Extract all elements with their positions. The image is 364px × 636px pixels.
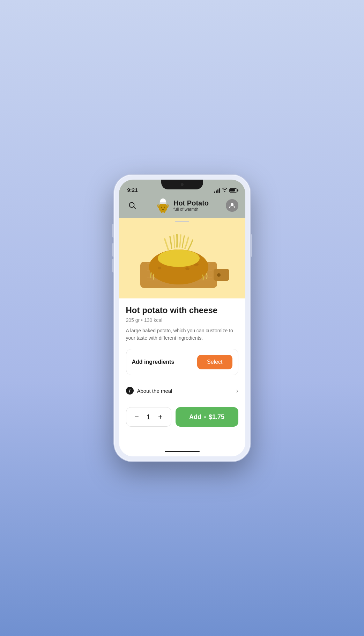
notch-dot bbox=[181, 183, 184, 186]
about-meal-left: i About the meal bbox=[126, 387, 172, 395]
home-bar bbox=[165, 451, 200, 452]
about-meal-row[interactable]: i About the meal › bbox=[126, 381, 238, 400]
brand-name-container: Hot Potato full of warmth bbox=[173, 199, 209, 212]
home-indicator bbox=[119, 447, 245, 456]
phone-screen: 9:21 bbox=[119, 180, 245, 456]
profile-button[interactable] bbox=[226, 199, 238, 212]
increase-quantity-button[interactable]: + bbox=[156, 412, 165, 422]
signal-icon bbox=[214, 188, 220, 193]
food-image bbox=[119, 218, 245, 298]
svg-point-23 bbox=[158, 267, 161, 269]
bottom-action-bar: − 1 + Add $1.75 bbox=[126, 404, 238, 428]
wifi-icon bbox=[222, 188, 228, 193]
dish-name: Hot potato with cheese bbox=[126, 305, 238, 315]
chevron-right-icon: › bbox=[236, 387, 238, 395]
add-label: Add bbox=[189, 413, 201, 421]
svg-point-5 bbox=[161, 198, 165, 201]
ingredients-label: Add ingredients bbox=[132, 359, 174, 365]
add-to-cart-button[interactable]: Add $1.75 bbox=[176, 407, 238, 427]
dish-meta: 205 gr • 130 kcal bbox=[126, 317, 238, 323]
battery-icon bbox=[229, 188, 237, 193]
info-icon: i bbox=[126, 387, 134, 395]
select-ingredients-button[interactable]: Select bbox=[197, 355, 232, 369]
price-label: $1.75 bbox=[209, 413, 224, 421]
svg-point-12 bbox=[217, 273, 221, 277]
phone-frame: 9:21 bbox=[114, 175, 250, 461]
dish-calories: 130 kcal bbox=[144, 317, 162, 323]
quantity-value: 1 bbox=[147, 413, 150, 421]
decrease-quantity-button[interactable]: − bbox=[132, 412, 142, 422]
main-content: Hot potato with cheese 205 gr • 130 kcal… bbox=[119, 298, 245, 447]
brand-logo: Hot Potato full of warmth bbox=[155, 198, 209, 213]
dish-weight: 205 gr bbox=[126, 317, 140, 323]
mascot-icon bbox=[155, 198, 171, 213]
svg-rect-11 bbox=[214, 269, 229, 281]
svg-line-1 bbox=[133, 207, 135, 209]
brand-tagline: full of warmth bbox=[173, 207, 209, 212]
svg-point-25 bbox=[158, 250, 200, 267]
add-dot-separator bbox=[204, 416, 206, 418]
svg-point-6 bbox=[161, 207, 162, 208]
svg-rect-4 bbox=[159, 202, 166, 204]
svg-point-7 bbox=[164, 207, 165, 208]
status-icons bbox=[214, 188, 237, 193]
app-header: Hot Potato full of warmth bbox=[119, 195, 245, 218]
scroll-indicator bbox=[175, 221, 189, 222]
search-button[interactable] bbox=[126, 199, 139, 212]
svg-point-2 bbox=[159, 203, 167, 212]
dish-separator: • bbox=[141, 317, 143, 323]
ingredients-section: Add ingredients Select bbox=[126, 349, 238, 375]
dish-description: A large baked potato, which you can cust… bbox=[126, 327, 238, 342]
status-time: 9:21 bbox=[127, 187, 138, 193]
brand-title: Hot Potato bbox=[173, 199, 209, 207]
dish-illustration bbox=[133, 223, 231, 293]
about-meal-label: About the meal bbox=[137, 388, 172, 394]
quantity-control: − 1 + bbox=[126, 407, 171, 427]
svg-point-22 bbox=[185, 267, 190, 270]
